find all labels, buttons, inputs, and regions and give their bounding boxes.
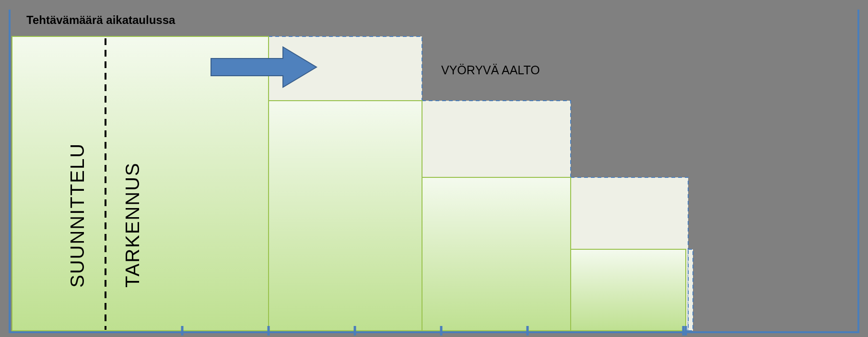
solid-bar	[422, 177, 571, 331]
solid-bar	[571, 249, 686, 331]
chart-title: Tehtävämäärä aikataulussa	[26, 13, 176, 26]
col1-label: SUUNNITTELU	[67, 143, 88, 288]
col2-label: TARKENNUS	[122, 162, 143, 288]
diagram-canvas: SUUNNITTELU TARKENNUS VYÖRYVÄ AALTO Teht…	[0, 0, 868, 337]
dashed-bar	[688, 249, 693, 331]
diagram-svg: SUUNNITTELU TARKENNUS VYÖRYVÄ AALTO Teht…	[0, 0, 868, 337]
solid-bar	[269, 101, 422, 331]
wave-annotation: VYÖRYVÄ AALTO	[441, 63, 540, 77]
